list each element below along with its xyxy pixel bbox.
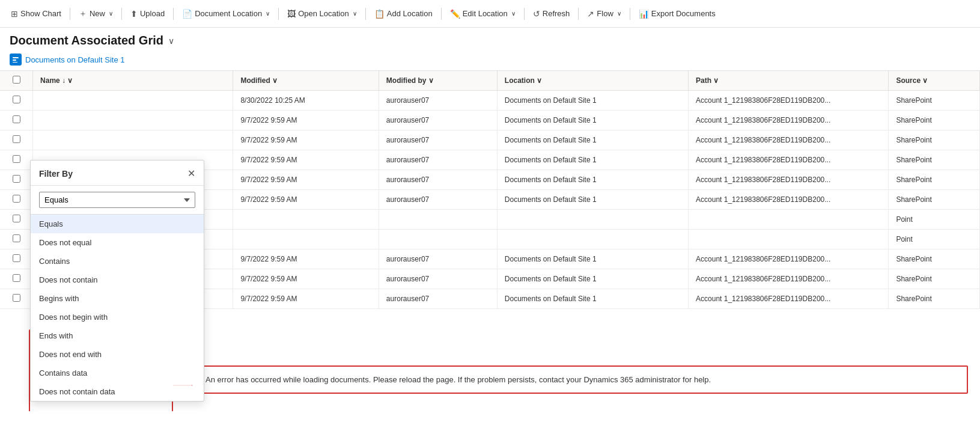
col-source-header[interactable]: Source ∨: [889, 71, 980, 91]
table-row[interactable]: 8/30/2022 10:25 AM aurorauser07 Document…: [0, 91, 980, 111]
row-check-6[interactable]: [0, 210, 33, 230]
row-location-3: Documents on Default Site 1: [497, 150, 688, 170]
row-modifiedby-8: aurorauser07: [379, 249, 497, 269]
doc-location-chevron-icon: ∨: [266, 10, 270, 17]
table-header: Name ↓ ∨ Modified ∨ Modified by ∨ Locati…: [0, 71, 980, 91]
row-check-2[interactable]: [0, 130, 33, 150]
row-path-7: [689, 230, 889, 249]
row-modified-5: 9/7/2022 9:59 AM: [233, 190, 379, 210]
row-source-3: SharePoint: [889, 150, 980, 170]
toolbar-divider-9: [630, 8, 630, 20]
row-source-9: SharePoint: [889, 269, 980, 289]
row-path-10: Account 1_121983806F28ED119DB200...: [689, 289, 889, 309]
table-row[interactable]: 9/7/2022 9:59 AM aurorauser07 Documents …: [0, 111, 980, 130]
row-check-8[interactable]: [0, 249, 33, 269]
row-check-3[interactable]: [0, 150, 33, 170]
filter-option-6[interactable]: Ends with: [31, 326, 204, 345]
filter-option-5[interactable]: Does not begin with: [31, 308, 204, 326]
row-path-9: Account 1_121983806F28ED119DB200...: [689, 269, 889, 289]
row-name-2: [33, 130, 233, 150]
row-modified-8: 9/7/2022 9:59 AM: [233, 249, 379, 269]
filter-option-7[interactable]: Does not end with: [31, 345, 204, 364]
row-path-2: Account 1_121983806F28ED119DB200...: [689, 130, 889, 150]
row-modifiedby-4: aurorauser07: [379, 170, 497, 190]
edit-location-button[interactable]: ✏️ Edit Location ∨: [445, 6, 520, 22]
row-modified-6: [233, 210, 379, 230]
row-source-6: Point: [889, 210, 980, 230]
flow-button[interactable]: ↗ Flow ∨: [582, 6, 625, 22]
grid-container: Name ↓ ∨ Modified ∨ Modified by ∨ Locati…: [0, 70, 980, 411]
filter-option-3[interactable]: Does not contain: [31, 271, 204, 289]
filter-option-2[interactable]: Contains: [31, 252, 204, 271]
col-name-header[interactable]: Name ↓ ∨: [33, 71, 233, 91]
row-modified-1: 9/7/2022 9:59 AM: [233, 111, 379, 130]
row-path-3: Account 1_121983806F28ED119DB200...: [689, 150, 889, 170]
row-location-2: Documents on Default Site 1: [497, 130, 688, 150]
row-modifiedby-2: aurorauser07: [379, 130, 497, 150]
toolbar-divider-2: [121, 8, 122, 20]
col-path-header[interactable]: Path ∨: [689, 71, 889, 91]
new-chevron-icon: ∨: [109, 10, 113, 17]
page-title-chevron-icon[interactable]: ∨: [168, 36, 174, 46]
doc-location-icon: 📄: [182, 9, 192, 19]
svg-rect-3: [13, 62, 17, 63]
export-icon: 📊: [639, 9, 649, 19]
filter-option-8[interactable]: Contains data: [31, 364, 204, 382]
row-source-5: SharePoint: [889, 190, 980, 210]
page-title: Document Associated Grid: [10, 34, 163, 47]
export-documents-button[interactable]: 📊 Export Documents: [634, 6, 720, 22]
col-modifiedby-header[interactable]: Modified by ∨: [379, 71, 497, 91]
flow-chevron-icon: ∨: [617, 10, 621, 17]
toolbar-divider-8: [578, 8, 579, 20]
col-modified-header[interactable]: Modified ∨: [233, 71, 379, 91]
sub-header: Documents on Default Site 1: [0, 51, 980, 70]
sub-header-link[interactable]: Documents on Default Site 1: [25, 55, 124, 64]
filter-select[interactable]: EqualsDoes not equalContainsDoes not con…: [39, 192, 195, 208]
refresh-button[interactable]: ↺ Refresh: [528, 6, 575, 22]
row-location-7: [497, 230, 688, 249]
filter-option-0[interactable]: Equals: [31, 215, 204, 233]
svg-rect-1: [13, 57, 19, 58]
error-box: An error has occurred while loading docu…: [192, 365, 968, 394]
row-check-1[interactable]: [0, 111, 33, 130]
show-chart-button[interactable]: ⊞ Show Chart: [6, 6, 66, 22]
document-location-button[interactable]: 📄 Document Location ∨: [177, 6, 275, 22]
col-location-header[interactable]: Location ∨: [497, 71, 688, 91]
row-check-4[interactable]: [0, 170, 33, 190]
toolbar-divider-5: [365, 8, 366, 20]
row-path-5: Account 1_121983806F28ED119DB200...: [689, 190, 889, 210]
upload-button[interactable]: ⬆ Upload: [126, 6, 169, 22]
row-path-6: [689, 210, 889, 230]
filter-option-1[interactable]: Does not equal: [31, 233, 204, 252]
filter-options-list: EqualsDoes not equalContainsDoes not con…: [31, 215, 204, 401]
filter-close-button[interactable]: ✕: [187, 168, 195, 179]
row-check-9[interactable]: [0, 269, 33, 289]
filter-option-4[interactable]: Begins with: [31, 289, 204, 308]
row-source-0: SharePoint: [889, 91, 980, 111]
row-location-10: Documents on Default Site 1: [497, 289, 688, 309]
row-check-10[interactable]: [0, 289, 33, 309]
row-check-7[interactable]: [0, 230, 33, 249]
open-location-chevron-icon: ∨: [353, 10, 357, 17]
row-path-4: Account 1_121983806F28ED119DB200...: [689, 170, 889, 190]
row-check-0[interactable]: [0, 91, 33, 111]
row-modifiedby-7: [379, 230, 497, 249]
row-modified-9: 9/7/2022 9:59 AM: [233, 269, 379, 289]
row-modified-2: 9/7/2022 9:59 AM: [233, 130, 379, 150]
row-path-8: Account 1_121983806F28ED119DB200...: [689, 249, 889, 269]
flow-icon: ↗: [587, 9, 594, 19]
error-message: An error has occurred while loading docu…: [205, 375, 711, 384]
table-row[interactable]: 9/7/2022 9:59 AM aurorauser07 Documents …: [0, 130, 980, 150]
row-check-5[interactable]: [0, 190, 33, 210]
col-check-header[interactable]: [0, 71, 33, 91]
add-location-button[interactable]: 📋 Add Location: [370, 6, 437, 22]
row-location-9: Documents on Default Site 1: [497, 269, 688, 289]
row-name-1: [33, 111, 233, 130]
header-row: Name ↓ ∨ Modified ∨ Modified by ∨ Locati…: [0, 71, 980, 91]
new-button[interactable]: ＋ New ∨: [74, 5, 118, 22]
row-modified-10: 9/7/2022 9:59 AM: [233, 289, 379, 309]
open-location-button[interactable]: 🖼 Open Location ∨: [282, 6, 362, 22]
select-all-checkbox[interactable]: [13, 76, 20, 84]
open-location-icon: 🖼: [287, 9, 296, 19]
filter-option-9[interactable]: Does not contain data: [31, 382, 204, 401]
